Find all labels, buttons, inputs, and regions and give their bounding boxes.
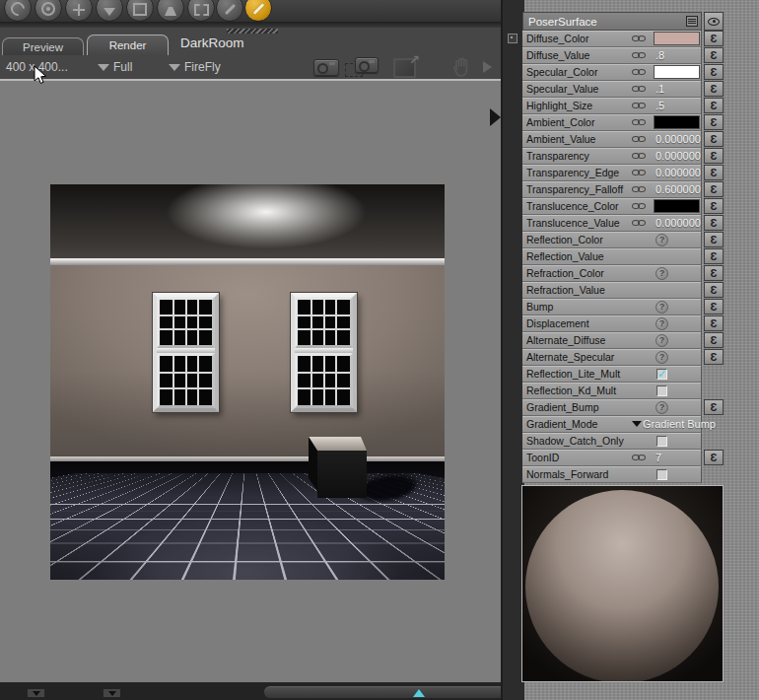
plug-button[interactable]: Ɛ — [704, 131, 724, 147]
checkbox[interactable] — [656, 436, 667, 447]
plug-button[interactable]: Ɛ — [704, 47, 724, 63]
color-swatch[interactable] — [654, 115, 700, 129]
plug-button[interactable]: Ɛ — [704, 64, 724, 80]
plug-button[interactable]: Ɛ — [704, 181, 724, 197]
expand-right-arrow-icon[interactable] — [483, 61, 492, 73]
node-help-icon[interactable]: ? — [656, 234, 668, 246]
widget-zone — [632, 32, 701, 45]
plug-button[interactable]: Ɛ — [704, 282, 724, 298]
checkbox[interactable] — [656, 385, 667, 396]
property-value[interactable]: 7 — [656, 452, 661, 463]
plug-button[interactable]: Ɛ — [704, 215, 724, 231]
property-value[interactable]: 0.000000 — [656, 150, 701, 162]
plug-button[interactable]: Ɛ — [704, 81, 724, 97]
rotate-tool-button[interactable] — [4, 0, 32, 22]
node-help-icon[interactable]: ? — [656, 267, 668, 280]
color-swatch[interactable] — [654, 65, 700, 79]
animation-link-icon[interactable] — [632, 201, 650, 211]
plug-button[interactable]: Ɛ — [704, 265, 724, 281]
property-value[interactable]: 0.000000 — [656, 217, 701, 229]
animation-link-icon[interactable] — [632, 134, 650, 144]
checkbox[interactable]: ✓ — [656, 369, 667, 380]
twist-tool-button[interactable] — [34, 0, 62, 22]
mini-dropdown-1[interactable] — [27, 688, 45, 698]
animation-link-icon[interactable] — [632, 117, 650, 127]
property-label: Transparency — [526, 150, 632, 162]
animation-link-icon[interactable] — [632, 50, 650, 60]
surface-row-displacement: Displacement? — [522, 315, 702, 332]
plug-button[interactable]: Ɛ — [704, 165, 724, 180]
plug-button[interactable]: Ɛ — [704, 332, 724, 348]
animation-link-icon[interactable] — [632, 184, 650, 194]
chain-break-tool-button[interactable] — [187, 0, 215, 22]
tab-darkroom[interactable]: DarkRoom — [180, 35, 244, 50]
plug-button[interactable]: Ɛ — [704, 315, 724, 331]
parameter-list-icon[interactable] — [686, 16, 698, 27]
animation-link-icon[interactable] — [632, 84, 650, 94]
dropdown-arrow-icon — [632, 421, 642, 427]
renderer-dropdown[interactable]: FireFly — [184, 55, 221, 79]
color-swatch[interactable] — [654, 199, 700, 213]
node-help-icon[interactable]: ? — [656, 401, 668, 414]
property-value[interactable]: 0.600000 — [656, 183, 701, 195]
node-help-icon[interactable]: ? — [656, 317, 668, 330]
property-value[interactable]: .1 — [656, 83, 664, 95]
scale-tool-button[interactable] — [126, 0, 154, 22]
spacer — [632, 302, 650, 312]
property-label: Highlight_Size — [526, 100, 632, 111]
tab-render[interactable]: Render — [87, 35, 169, 55]
tab-preview[interactable]: Preview — [2, 37, 84, 55]
plug-button[interactable]: Ɛ — [704, 349, 724, 365]
morph-tool-button[interactable] — [216, 0, 243, 22]
plug-button[interactable]: Ɛ — [704, 98, 724, 113]
property-label: Translucence_Value — [526, 217, 632, 229]
poser-application-window: Preview Render DarkRoom 400 x 400... Ful… — [0, 0, 759, 700]
animation-link-icon[interactable] — [632, 34, 650, 43]
property-value[interactable]: 0.000000 — [656, 167, 701, 178]
animation-link-icon[interactable] — [632, 101, 650, 110]
plug-button[interactable]: Ɛ — [704, 31, 724, 46]
checkbox[interactable] — [656, 469, 667, 480]
animation-link-icon[interactable] — [632, 67, 650, 77]
divider-grip[interactable] — [508, 34, 518, 43]
taper-tool-button[interactable] — [157, 0, 184, 22]
node-help-icon[interactable]: ? — [656, 351, 668, 364]
color-swatch[interactable] — [654, 32, 700, 45]
plug-button[interactable]: Ɛ — [704, 399, 724, 415]
plug-button[interactable]: Ɛ — [704, 198, 724, 214]
material-preview-box — [521, 485, 724, 682]
property-value[interactable]: 0.000000 — [656, 133, 701, 145]
camera-icon — [355, 57, 379, 73]
plug-button[interactable]: Ɛ — [704, 248, 724, 264]
render-quality-dropdown[interactable]: Full — [113, 55, 132, 79]
plug-button[interactable]: Ɛ — [704, 299, 724, 315]
property-value[interactable]: .8 — [656, 49, 664, 61]
drag-grip-hatch[interactable] — [227, 29, 278, 34]
node-help-icon[interactable]: ? — [656, 301, 668, 314]
plug-button[interactable]: Ɛ — [704, 148, 724, 164]
translate-tool-button[interactable] — [65, 0, 93, 22]
animation-link-icon[interactable] — [632, 151, 650, 161]
surface-row-translucence_color: Translucence_Color — [522, 198, 702, 215]
plug-button[interactable]: Ɛ — [704, 114, 724, 130]
animation-link-icon[interactable] — [632, 168, 650, 177]
plug-slot-empty — [704, 416, 724, 433]
animation-link-icon[interactable] — [632, 453, 650, 462]
animation-link-icon[interactable] — [632, 218, 650, 228]
translate-in-out-tool-button[interactable] — [96, 0, 123, 22]
mouse-cursor-icon — [34, 65, 47, 90]
horizontal-scrollbar[interactable] — [264, 686, 501, 698]
pan-hand-icon[interactable] — [453, 57, 469, 81]
color-tool-button[interactable] — [244, 0, 272, 22]
render-camera-icon[interactable] — [313, 59, 339, 76]
node-help-icon[interactable]: ? — [656, 334, 668, 347]
plug-button[interactable]: Ɛ — [704, 232, 724, 247]
export-render-icon[interactable]: ↗ — [393, 58, 416, 78]
plug-button[interactable]: Ɛ — [704, 450, 724, 465]
collapsed-panel-arrow-icon[interactable] — [490, 108, 501, 126]
visibility-eye-button[interactable] — [704, 12, 724, 31]
area-render-camera-icon[interactable] — [345, 57, 379, 77]
widget-zone — [632, 285, 701, 295]
property-value[interactable]: .5 — [656, 100, 664, 111]
mini-dropdown-2[interactable] — [103, 688, 121, 698]
